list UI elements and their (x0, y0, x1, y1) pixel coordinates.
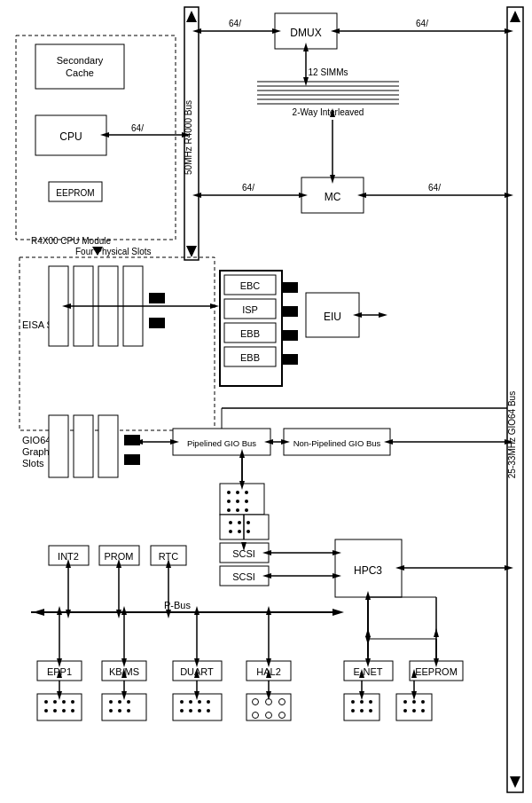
svg-point-226 (207, 709, 210, 712)
svg-point-212 (109, 700, 113, 704)
svg-text:2-Way Interleaved: 2-Way Interleaved (293, 107, 364, 117)
svg-point-221 (198, 700, 201, 704)
svg-text:EBB: EBB (240, 328, 260, 339)
svg-point-223 (180, 709, 184, 712)
svg-text:50MHz R4000 Bus: 50MHz R4000 Bus (184, 100, 193, 175)
svg-text:ISP: ISP (242, 304, 258, 315)
svg-point-216 (118, 709, 121, 712)
svg-point-217 (127, 709, 130, 712)
svg-text:R4X00 CPU Module: R4X00 CPU Module (31, 236, 111, 246)
svg-text:Pipelined GIO Bus: Pipelined GIO Bus (187, 438, 256, 448)
svg-point-118 (245, 508, 248, 512)
svg-point-204 (53, 700, 57, 704)
svg-point-220 (189, 700, 192, 704)
svg-point-111 (236, 491, 239, 494)
svg-marker-84 (379, 312, 387, 318)
svg-point-110 (227, 491, 231, 494)
svg-point-240 (369, 709, 372, 712)
svg-marker-3 (510, 11, 520, 22)
svg-point-208 (53, 709, 57, 712)
svg-text:HPC3: HPC3 (354, 564, 382, 577)
svg-text:12 SIMMs: 12 SIMMs (308, 67, 348, 77)
svg-text:25-33MHz GIO64 Bus: 25-33MHz GIO64 Bus (507, 391, 517, 478)
svg-marker-154 (33, 609, 44, 616)
svg-point-146 (246, 521, 250, 524)
svg-marker-50 (192, 193, 201, 198)
svg-text:EEPROM: EEPROM (415, 666, 458, 677)
svg-point-117 (236, 508, 239, 512)
svg-text:64/: 64/ (416, 19, 428, 28)
svg-point-243 (412, 700, 416, 704)
svg-marker-6 (186, 11, 197, 22)
svg-rect-79 (282, 330, 298, 341)
svg-point-224 (189, 709, 192, 712)
svg-point-116 (227, 508, 231, 512)
svg-point-242 (403, 700, 407, 704)
svg-rect-90 (74, 415, 93, 477)
svg-rect-78 (282, 306, 298, 317)
svg-point-213 (118, 700, 121, 704)
svg-rect-89 (49, 415, 68, 477)
svg-text:DMUX: DMUX (290, 27, 321, 39)
svg-text:E-NET: E-NET (354, 666, 383, 677)
svg-text:EBC: EBC (240, 280, 261, 291)
svg-point-206 (71, 700, 74, 704)
svg-point-205 (62, 700, 66, 704)
svg-rect-10 (35, 44, 124, 89)
svg-marker-189 (194, 606, 200, 615)
svg-point-147 (229, 530, 232, 533)
svg-point-236 (360, 700, 364, 704)
svg-point-203 (44, 700, 48, 704)
svg-point-148 (238, 530, 241, 533)
svg-point-214 (127, 700, 130, 704)
svg-marker-24 (505, 28, 513, 34)
svg-point-215 (109, 709, 113, 712)
svg-marker-2 (510, 776, 520, 788)
svg-rect-92 (124, 435, 140, 445)
svg-marker-158 (66, 610, 71, 618)
svg-text:SCSI: SCSI (232, 571, 255, 582)
svg-text:EIU: EIU (324, 311, 341, 323)
svg-point-222 (207, 700, 210, 704)
svg-text:MC: MC (325, 191, 341, 203)
svg-point-238 (351, 709, 355, 712)
svg-text:Slots: Slots (22, 458, 44, 468)
svg-text:64/: 64/ (131, 123, 144, 133)
svg-rect-63 (149, 293, 165, 303)
svg-point-144 (229, 521, 232, 524)
svg-marker-135 (505, 565, 513, 571)
svg-point-247 (421, 709, 425, 712)
svg-point-149 (246, 530, 250, 533)
svg-point-112 (245, 491, 248, 494)
svg-text:Four Physical Slots: Four Physical Slots (75, 247, 152, 256)
svg-marker-29 (192, 28, 201, 34)
svg-marker-153 (332, 609, 344, 616)
svg-text:Cache: Cache (66, 67, 94, 78)
svg-point-244 (421, 700, 425, 704)
svg-point-219 (180, 700, 184, 704)
svg-text:64/: 64/ (428, 183, 441, 193)
svg-point-245 (403, 709, 407, 712)
svg-text:64/: 64/ (229, 19, 241, 28)
svg-text:Secondary: Secondary (57, 55, 104, 66)
svg-marker-186 (121, 606, 127, 615)
svg-text:64/: 64/ (242, 183, 254, 193)
svg-point-113 (227, 500, 231, 503)
svg-rect-77 (282, 282, 298, 293)
svg-point-225 (198, 709, 201, 712)
svg-marker-45 (505, 193, 513, 198)
svg-rect-80 (282, 354, 298, 365)
svg-marker-7 (186, 246, 197, 257)
svg-text:EBB: EBB (240, 352, 260, 363)
svg-rect-91 (98, 415, 118, 477)
svg-point-209 (62, 709, 66, 712)
svg-text:CPU: CPU (59, 130, 82, 143)
svg-point-115 (245, 500, 248, 503)
svg-point-207 (44, 709, 48, 712)
svg-rect-93 (124, 454, 140, 465)
svg-marker-183 (57, 606, 62, 615)
svg-point-246 (412, 709, 416, 712)
diagram: 25-33MHz GIO64 Bus 50MHz R4000 Bus R4X00… (0, 0, 532, 803)
svg-marker-192 (266, 606, 271, 615)
svg-point-237 (369, 700, 372, 704)
